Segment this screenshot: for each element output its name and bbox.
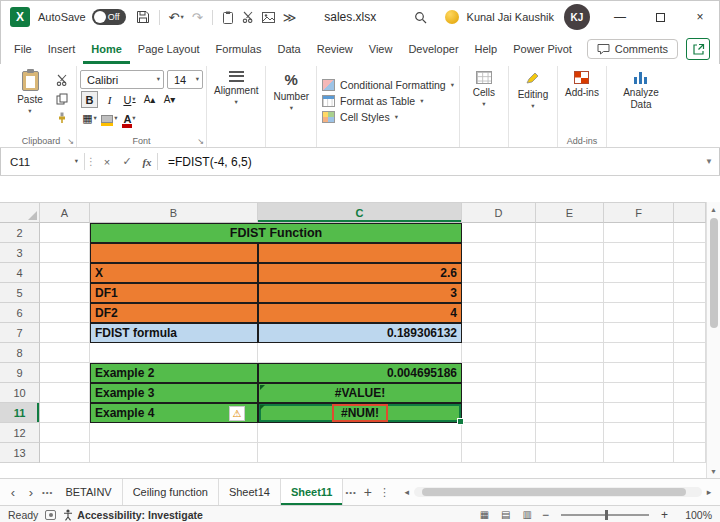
picture-qat-icon[interactable] bbox=[262, 12, 275, 23]
cell-E5[interactable] bbox=[536, 283, 604, 303]
cell-F6[interactable] bbox=[604, 303, 674, 323]
zoom-out-button[interactable]: − bbox=[539, 508, 552, 522]
cell-D13[interactable] bbox=[462, 443, 536, 463]
user-name[interactable]: Kunal Jai Kaushik bbox=[467, 11, 554, 23]
fill-handle[interactable] bbox=[457, 418, 464, 425]
zoom-level[interactable]: 100% bbox=[678, 509, 712, 521]
font-name-select[interactable]: Calibri ▾ bbox=[80, 70, 164, 89]
select-all-button[interactable] bbox=[0, 203, 40, 223]
borders-button[interactable]: ▦▾ bbox=[81, 110, 98, 127]
cell-D12[interactable] bbox=[462, 423, 536, 443]
sheet-tab-sheet14[interactable]: Sheet14 bbox=[219, 479, 281, 505]
column-header-f[interactable]: F bbox=[604, 203, 674, 223]
row-header-12[interactable]: 12 bbox=[0, 423, 40, 443]
name-box[interactable]: C11 ▾ bbox=[0, 148, 84, 175]
cell-E10[interactable] bbox=[536, 383, 604, 403]
row-header-4[interactable]: 4 bbox=[0, 263, 40, 283]
cell-G9[interactable] bbox=[674, 363, 706, 383]
cell-E4[interactable] bbox=[536, 263, 604, 283]
clipboard-dialog-launcher[interactable]: ↘ bbox=[67, 137, 74, 146]
hscroll-track[interactable] bbox=[414, 487, 702, 497]
close-button[interactable]: × bbox=[680, 0, 720, 34]
row-header-2[interactable]: 2 bbox=[0, 223, 40, 243]
vertical-scroll-thumb[interactable] bbox=[710, 218, 718, 328]
cell-B2[interactable]: FDIST Function bbox=[90, 223, 462, 243]
alignment-button[interactable]: Alignment ▾ bbox=[210, 68, 262, 134]
analyze-data-button[interactable]: Analyze Data bbox=[610, 68, 672, 134]
cell-E3[interactable] bbox=[536, 243, 604, 263]
cell-F13[interactable] bbox=[604, 443, 674, 463]
cell-F8[interactable] bbox=[604, 343, 674, 363]
tab-power-pivot[interactable]: Power Pivot bbox=[505, 34, 580, 64]
cell-A11[interactable] bbox=[40, 403, 90, 423]
hscroll-right-icon[interactable]: ▸ bbox=[702, 487, 716, 497]
italic-button[interactable]: I bbox=[101, 91, 118, 108]
scroll-down-icon[interactable]: ▼ bbox=[707, 464, 720, 478]
tab-page-layout[interactable]: Page Layout bbox=[130, 34, 208, 64]
cell-styles-button[interactable]: Cell Styles ▾ bbox=[322, 111, 454, 123]
number-button[interactable]: % Number ▾ bbox=[269, 68, 313, 134]
cell-C9[interactable]: 0.004695186 bbox=[258, 363, 462, 383]
decrease-font-button[interactable]: A▾ bbox=[161, 91, 178, 108]
cell-B13[interactable] bbox=[90, 443, 258, 463]
cell-B3[interactable] bbox=[90, 243, 258, 263]
tab-home[interactable]: Home bbox=[83, 34, 130, 64]
cell-B4[interactable]: X bbox=[90, 263, 258, 283]
save-icon[interactable] bbox=[136, 10, 150, 24]
sheet-menu-icon[interactable]: ⋮ bbox=[379, 486, 390, 499]
cell-C13[interactable] bbox=[258, 443, 462, 463]
cell-D6[interactable] bbox=[462, 303, 536, 323]
cell-D7[interactable] bbox=[462, 323, 536, 343]
cell-G6[interactable] bbox=[674, 303, 706, 323]
cell-A9[interactable] bbox=[40, 363, 90, 383]
row-header-8[interactable]: 8 bbox=[0, 343, 40, 363]
cut-button[interactable] bbox=[53, 72, 71, 87]
row-header-9[interactable]: 9 bbox=[0, 363, 40, 383]
cell-B11[interactable]: Example 4⚠ bbox=[90, 403, 258, 423]
macro-record-icon[interactable] bbox=[45, 510, 56, 520]
cell-G5[interactable] bbox=[674, 283, 706, 303]
cell-E12[interactable] bbox=[536, 423, 604, 443]
paste-button[interactable]: Paste ▾ bbox=[9, 68, 51, 134]
hscroll-left-icon[interactable]: ◂ bbox=[400, 487, 414, 497]
cell-E2[interactable] bbox=[536, 223, 604, 243]
cell-E9[interactable] bbox=[536, 363, 604, 383]
font-color-button[interactable]: A▾ bbox=[121, 110, 138, 127]
tab-file[interactable]: File bbox=[6, 34, 40, 64]
column-header-d[interactable]: D bbox=[462, 203, 536, 223]
cell-G8[interactable] bbox=[674, 343, 706, 363]
cell-C7[interactable]: 0.189306132 bbox=[258, 323, 462, 343]
cell-C10[interactable]: #VALUE! bbox=[258, 383, 462, 403]
column-header-a[interactable]: A bbox=[40, 203, 90, 223]
column-header-e[interactable]: E bbox=[536, 203, 604, 223]
cell-A6[interactable] bbox=[40, 303, 90, 323]
cut-qat-icon[interactable] bbox=[242, 11, 254, 23]
sheet-tab-betainv[interactable]: BETAINV bbox=[55, 479, 122, 505]
redo-button[interactable]: ↷ bbox=[192, 10, 203, 25]
more-sheets-left-icon[interactable]: ••• bbox=[42, 488, 53, 497]
page-break-view-icon[interactable]: ▥ bbox=[523, 509, 532, 520]
cell-G13[interactable] bbox=[674, 443, 706, 463]
horizontal-scrollbar[interactable]: ◂ ▸ bbox=[400, 485, 716, 499]
editing-button[interactable]: Editing ▾ bbox=[512, 68, 554, 134]
cell-F9[interactable] bbox=[604, 363, 674, 383]
zoom-in-button[interactable]: + bbox=[658, 508, 671, 522]
share-button[interactable] bbox=[686, 38, 710, 60]
cell-B12[interactable] bbox=[90, 423, 258, 443]
cell-E11[interactable] bbox=[536, 403, 604, 423]
cell-F10[interactable] bbox=[604, 383, 674, 403]
more-commands-icon[interactable]: ≫ bbox=[283, 10, 297, 25]
tab-developer[interactable]: Developer bbox=[400, 34, 466, 64]
cell-D5[interactable] bbox=[462, 283, 536, 303]
cell-F7[interactable] bbox=[604, 323, 674, 343]
cell-A10[interactable] bbox=[40, 383, 90, 403]
accessibility-status[interactable]: Accessibility: Investigate bbox=[63, 509, 202, 521]
user-avatar[interactable]: KJ bbox=[564, 4, 590, 30]
formula-bar-expand-icon[interactable]: ▼ bbox=[698, 148, 720, 175]
cell-B7[interactable]: FDIST formula bbox=[90, 323, 258, 343]
row-header-7[interactable]: 7 bbox=[0, 323, 40, 343]
row-header-5[interactable]: 5 bbox=[0, 283, 40, 303]
cell-G7[interactable] bbox=[674, 323, 706, 343]
cell-A5[interactable] bbox=[40, 283, 90, 303]
tab-review[interactable]: Review bbox=[309, 34, 361, 64]
